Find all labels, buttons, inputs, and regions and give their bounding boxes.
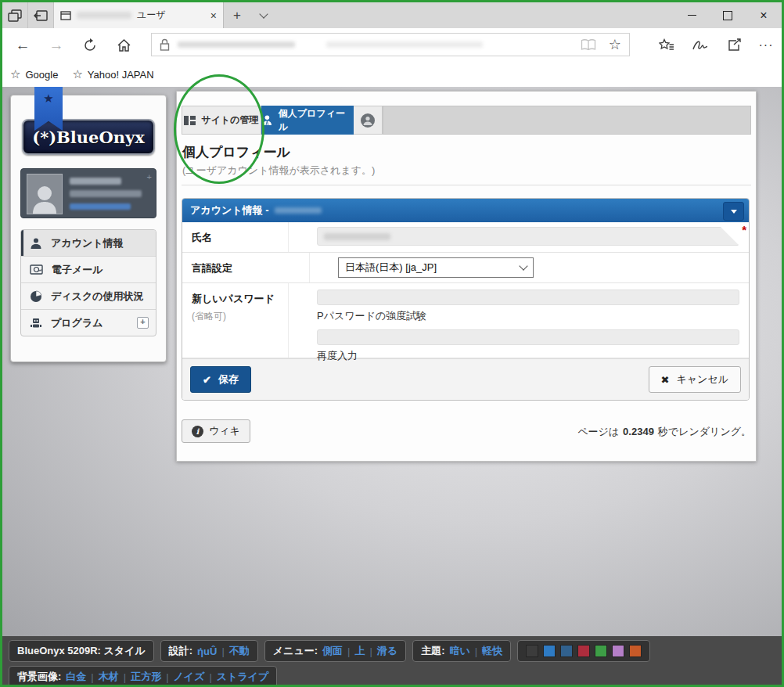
restore-tabs-icon[interactable] [28,2,54,28]
reading-view-icon[interactable] [581,39,596,51]
lock-icon [160,38,170,51]
background-image-badge: 背景画像: 白金 | 木材 | 正方形 | ノイズ | ストライプ [9,666,277,687]
expand-plus-icon[interactable]: + [137,317,149,329]
refresh-icon[interactable] [77,28,102,62]
tab-user-circle[interactable] [354,106,383,135]
design-badge: 設計: ήuÛ | 不動 [160,640,258,662]
color-swatch-badge [517,640,650,662]
wiki-button-label: ウィキ [209,424,240,438]
color-swatch[interactable] [543,645,556,657]
home-icon[interactable] [111,28,136,62]
name-field-cell: * [289,222,749,252]
password-confirm-hint: 再度入力 [317,349,739,363]
bookmark-label: Google [25,69,58,81]
language-row: 言語設定 日本語(日本) [ja_JP] [182,253,749,283]
tab-personal-profile[interactable]: 個人プロフィール [261,106,354,135]
menu-link-side[interactable]: 側面 [322,644,343,658]
menu-label: メニュー: [273,644,318,658]
address-bar[interactable]: ☆ [151,33,630,56]
bg-link-noise[interactable]: ノイズ [174,670,205,684]
name-input[interactable] [317,227,739,246]
page-title: 個人プロフィール [182,143,290,161]
browser-tab[interactable]: ユーザ × [54,2,224,28]
theme-link-light[interactable]: 軽快 [482,644,502,658]
forward-icon[interactable]: → [44,28,69,62]
redacted-url-2 [326,41,483,48]
new-tab-button[interactable]: + [224,2,250,28]
favorite-star-icon[interactable]: ☆ [609,36,621,53]
bookmark-yahoo-japan[interactable]: ☆ Yahoo! JAPAN [72,67,153,81]
pie-chart-icon [30,290,42,303]
set-tabs-aside-icon[interactable] [2,2,28,28]
save-button[interactable]: ✔ 保存 [190,366,251,393]
language-selected-value: 日本語(日本) [ja_JP] [345,261,437,275]
color-swatch[interactable] [526,645,538,657]
window-controls: × [674,2,782,28]
name-row: 氏名 * [182,222,749,253]
bookmark-star-icon: ☆ [10,67,20,81]
design-link-fluid[interactable]: ήuÛ [197,646,217,657]
bookmark-google[interactable]: ☆ Google [10,67,58,81]
profile-expand-icon[interactable]: + [147,172,152,182]
page-background: ★ (*)BlueOnyx + アカウント情報 電子メール [2,87,782,636]
redacted-username [70,178,121,185]
menu-link-slide[interactable]: 滑る [377,644,397,658]
new-password-input[interactable] [317,290,739,305]
bg-link-square[interactable]: 正方形 [131,670,161,684]
chevron-down-icon [731,210,737,214]
sidebar-panel: ★ (*)BlueOnyx + アカウント情報 電子メール [10,95,167,362]
confirm-password-input[interactable] [317,329,739,345]
footer-row-1: BlueOnyx 5209R: スタイル 設計: ήuÛ | 不動 メニュー: … [9,640,775,662]
sidebar-item-account-info[interactable]: アカウント情報 [21,230,156,257]
programs-icon [30,317,42,329]
tab-site-management[interactable]: サイトの管理 [182,106,261,135]
tab-label: サイトの管理 [201,113,258,127]
annotate-pen-icon[interactable] [688,28,713,62]
user-icon [261,114,273,126]
sidebar-item-programs[interactable]: プログラム + [21,310,156,336]
redacted-userinfo [70,190,142,197]
hub-favorites-icon[interactable] [654,28,679,62]
color-swatch[interactable] [560,645,573,657]
cancel-button[interactable]: ✖ キャンセル [649,366,741,393]
color-swatch[interactable] [629,645,642,657]
close-button[interactable]: × [746,2,782,28]
bookmark-star-icon: ☆ [72,67,82,81]
bg-link-platinum[interactable]: 白金 [66,670,86,684]
style-version-badge: BlueOnyx 5209R: スタイル [9,640,154,662]
x-icon: ✖ [661,374,670,386]
divider [182,185,751,185]
chevron-down-icon [519,261,527,270]
wiki-button[interactable]: i ウィキ [182,419,250,443]
sidebar-item-disk-usage[interactable]: ディスクの使用状況 [21,283,156,310]
minimize-button[interactable] [674,2,710,28]
tab-close-icon[interactable]: × [210,9,217,22]
settings-more-icon[interactable]: ··· [753,28,779,62]
sidebar-item-label: プログラム [51,316,103,330]
design-link-fixed[interactable]: 不動 [229,644,250,658]
tab-list-chevron-icon[interactable] [250,2,277,28]
bookmark-label: Yahoo! JAPAN [88,69,154,81]
tab-strip-filler [383,106,751,135]
maximize-button[interactable] [710,2,746,28]
color-swatch[interactable] [577,645,590,657]
user-icon [30,237,42,250]
sidebar-item-label: 電子メール [52,263,103,277]
email-icon [30,264,43,275]
redacted-name-value [324,233,390,240]
browser-toolbar: ← → ☆ ··· [2,28,782,63]
sidebar-item-email[interactable]: 電子メール [21,257,156,283]
share-icon[interactable] [721,28,746,62]
back-icon[interactable]: ← [10,28,35,62]
menu-link-top[interactable]: 上 [354,644,365,658]
style-footer: BlueOnyx 5209R: スタイル 設計: ήuÛ | 不動 メニュー: … [2,636,782,687]
color-swatch[interactable] [612,645,624,657]
bg-link-wood[interactable]: 木材 [99,670,119,684]
bg-link-stripes[interactable]: ストライプ [217,670,269,684]
theme-link-dark[interactable]: 暗い [449,644,469,658]
password-row: 新しいパスワード (省略可) Pパスワードの強度試験 再度入力 [182,283,749,358]
collapse-button[interactable] [723,202,744,221]
language-select[interactable]: 日本語(日本) [ja_JP] [338,257,534,278]
render-time-note: ページは 0.2349 秒でレンダリング。 [577,425,751,439]
color-swatch[interactable] [595,645,607,657]
